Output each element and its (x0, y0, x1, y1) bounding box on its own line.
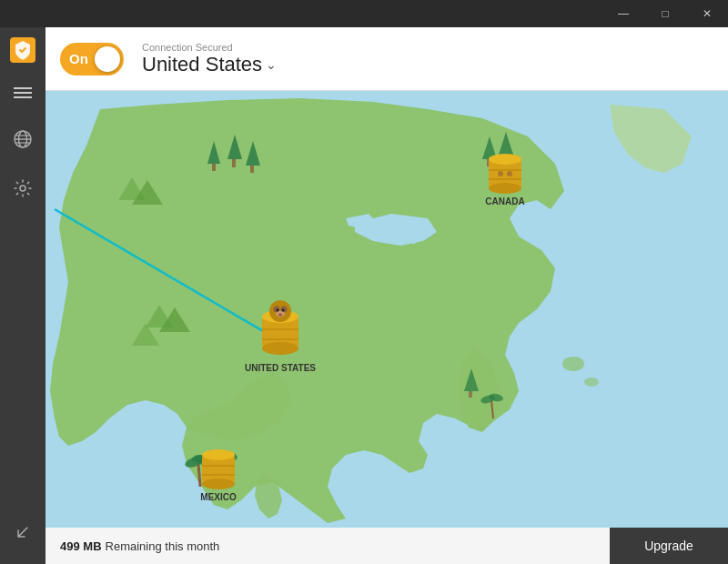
close-button[interactable]: ✕ (686, 0, 728, 27)
header-bar: On Connection Secured United States ⌄ (46, 27, 728, 91)
svg-point-42 (498, 171, 503, 176)
bottom-bar: 499 MB Remaining this month Upgrade (46, 528, 728, 564)
remaining-info: 499 MB Remaining this month (46, 528, 610, 564)
svg-point-53 (277, 309, 279, 312)
map-area: CANADA UNITED STATES (46, 91, 728, 528)
mexico-label: MEXICO (200, 492, 237, 502)
menu-button[interactable] (0, 73, 46, 113)
svg-point-55 (278, 314, 282, 317)
remaining-text: Remaining this month (106, 539, 220, 553)
settings-icon-button[interactable] (0, 166, 46, 211)
globe-icon-button[interactable] (0, 116, 46, 162)
maximize-button[interactable]: □ (644, 0, 686, 27)
svg-point-57 (202, 449, 235, 460)
vpn-toggle-container: On (60, 43, 124, 76)
svg-point-58 (202, 478, 235, 489)
svg-rect-20 (250, 166, 254, 173)
canada-server (489, 154, 521, 194)
location-name: United States (142, 53, 262, 76)
svg-point-38 (489, 154, 521, 165)
title-bar: — □ ✕ (0, 0, 728, 27)
svg-point-43 (507, 171, 512, 176)
svg-rect-16 (212, 164, 216, 171)
toggle-label: On (69, 51, 88, 66)
svg-point-6 (20, 186, 25, 191)
collapse-icon-button[interactable] (0, 509, 46, 555)
svg-point-46 (262, 342, 298, 355)
remaining-amount: 499 MB (60, 539, 102, 553)
canada-label: CANADA (485, 196, 524, 206)
minimize-button[interactable]: — (602, 0, 644, 27)
upgrade-button[interactable]: Upgrade (610, 528, 728, 564)
svg-point-39 (489, 183, 521, 194)
svg-point-54 (282, 309, 285, 312)
svg-point-9 (584, 378, 599, 387)
svg-point-8 (562, 357, 584, 371)
sidebar (0, 27, 46, 564)
svg-rect-18 (232, 159, 236, 167)
toggle-knob (95, 46, 120, 72)
title-bar-controls: — □ ✕ (602, 0, 728, 27)
svg-rect-26 (469, 391, 472, 398)
connection-info: Connection Secured United States ⌄ (142, 42, 277, 76)
app-logo (0, 27, 46, 73)
location-selector[interactable]: United States ⌄ (142, 53, 277, 76)
mexico-server (202, 449, 235, 489)
vpn-toggle[interactable]: On (60, 43, 124, 76)
connection-status: Connection Secured (142, 42, 277, 53)
us-label: UNITED STATES (245, 363, 316, 373)
location-chevron-icon: ⌄ (266, 57, 277, 72)
svg-line-27 (198, 464, 200, 487)
